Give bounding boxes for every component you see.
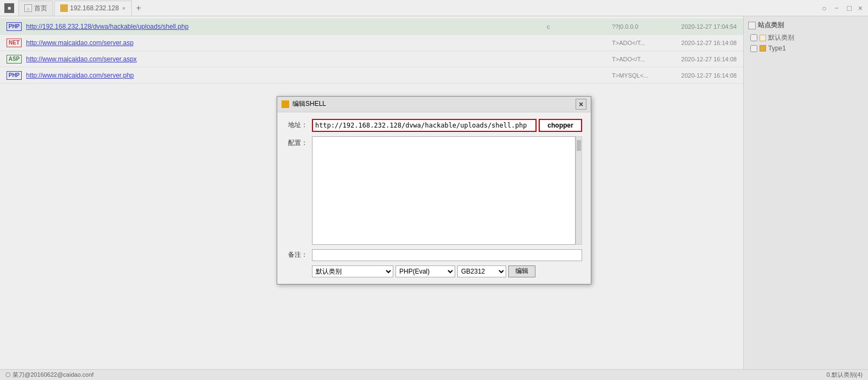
modal-close-btn[interactable]: × <box>576 99 586 110</box>
category-select[interactable]: 默认类别 <box>312 265 393 277</box>
scrollbar-thumb <box>577 140 581 151</box>
modal-title-text: 编辑SHELL <box>292 99 326 109</box>
address-label: 地址： <box>286 121 308 130</box>
encoding-select[interactable]: GB2312 UTF-8 <box>457 265 506 277</box>
modal-titlebar: 编辑SHELL × <box>277 97 591 112</box>
modal-footer: 默认类别 PHP(Eval) ASP(Eval) ASPX(Eval) GB23… <box>312 265 582 277</box>
modal-overlay: 编辑SHELL × 地址： 配置： 备注： <box>0 0 868 380</box>
password-input[interactable] <box>539 119 582 132</box>
config-row: 配置： <box>286 136 582 245</box>
note-row: 备注： <box>286 249 582 261</box>
modal-title-icon <box>282 100 289 108</box>
edit-shell-dialog: 编辑SHELL × 地址： 配置： 备注： <box>277 96 591 284</box>
config-scrollbar[interactable] <box>576 136 582 245</box>
url-input[interactable] <box>312 119 537 132</box>
modal-body: 地址： 配置： 备注： 默认类别 <box>277 112 591 284</box>
address-row: 地址： <box>286 119 582 132</box>
type-select[interactable]: PHP(Eval) ASP(Eval) ASPX(Eval) <box>395 265 455 277</box>
note-input[interactable] <box>312 249 582 261</box>
config-label: 配置： <box>286 138 308 148</box>
config-textarea[interactable] <box>312 136 576 245</box>
note-label: 备注： <box>286 250 308 259</box>
modal-title-left: 编辑SHELL <box>282 99 326 109</box>
submit-btn[interactable]: 编辑 <box>508 265 535 277</box>
